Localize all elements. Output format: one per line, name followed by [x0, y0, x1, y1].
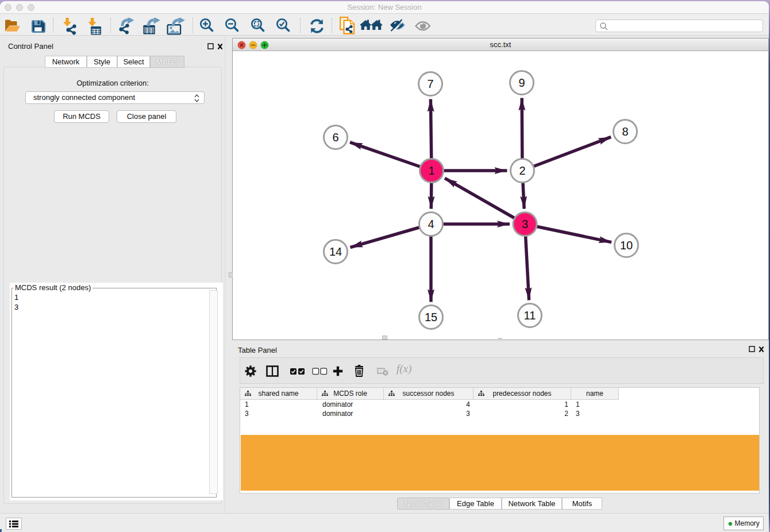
svg-text:10: 10 — [620, 239, 633, 252]
svg-text:1: 1 — [428, 164, 434, 177]
svg-text:15: 15 — [425, 311, 437, 323]
svg-text:7: 7 — [427, 78, 433, 90]
svg-text:9: 9 — [518, 76, 525, 89]
svg-text:4: 4 — [428, 218, 434, 230]
svg-text:6: 6 — [332, 131, 338, 144]
svg-text:3: 3 — [522, 218, 528, 230]
svg-text:2: 2 — [519, 164, 525, 177]
svg-text:14: 14 — [329, 245, 342, 258]
svg-text:8: 8 — [622, 125, 628, 138]
svg-text:11: 11 — [524, 309, 536, 322]
